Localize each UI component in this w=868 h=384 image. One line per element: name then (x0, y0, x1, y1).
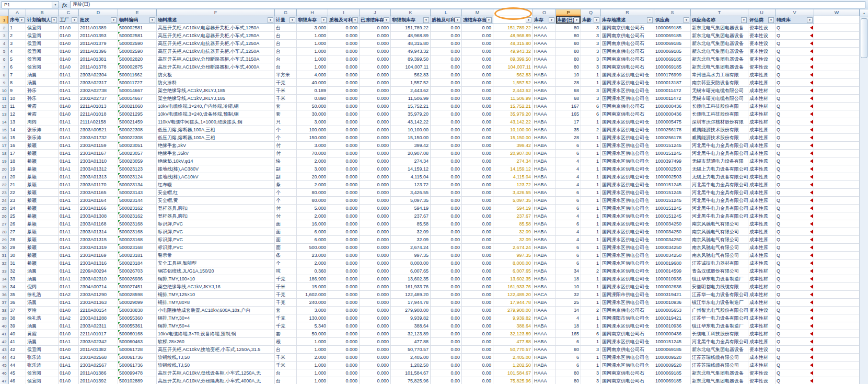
cell[interactable]: Q (776, 377, 814, 384)
cell[interactable]: 4,115.04 (391, 173, 431, 181)
cell[interactable]: 1000010936 (654, 275, 691, 283)
cell[interactable]: 成本性原 (748, 244, 776, 252)
cell[interactable]: 0.000 (360, 24, 391, 32)
cell[interactable]: Q (776, 307, 814, 314)
cell[interactable]: 0.000 (328, 181, 360, 189)
cell[interactable]: 低压刀熔,熔断器,100A,三相 (157, 134, 275, 142)
cell[interactable]: 500023162 (118, 212, 157, 220)
cell[interactable]: 0.000 (328, 369, 360, 377)
cell[interactable]: 0.000 (328, 142, 360, 150)
cell[interactable]: 江苏华一电力设备有限公司 (691, 314, 748, 322)
cell[interactable]: 2303A01363 (79, 299, 118, 307)
cell[interactable]: 0.000 (360, 181, 391, 189)
column-header-O[interactable]: O (533, 9, 556, 16)
cell[interactable]: HAAA (533, 307, 556, 314)
cell[interactable]: 1000034250 (654, 228, 691, 236)
cell[interactable]: 面 (275, 244, 297, 252)
cell[interactable]: 2 (9, 32, 26, 40)
cell[interactable]: 0.000 (360, 197, 391, 205)
cell[interactable]: 镇江华东电力设备制造厂 (691, 275, 748, 283)
cell[interactable]: 接地线(棒),AC380V (157, 165, 275, 173)
cell[interactable] (814, 165, 860, 173)
cell[interactable]: 0.00 (431, 71, 462, 79)
cell[interactable]: 0.00 (462, 346, 493, 354)
cell[interactable]: 01A1 (59, 157, 79, 165)
cell[interactable] (814, 150, 860, 157)
cell[interactable]: 1 (581, 212, 601, 220)
cell[interactable]: 无锡上力电力设备有限公司 (691, 165, 748, 173)
cell[interactable]: 10kV电缆终端,3×70,设备终端,预制,铜 (157, 330, 275, 338)
cell[interactable]: 33 (9, 275, 26, 283)
filter-header-G[interactable]: 计量▼ (275, 16, 297, 24)
cell[interactable]: 面 (275, 236, 297, 244)
cell[interactable]: Q (776, 205, 814, 212)
cell[interactable]: 01A1 (59, 212, 79, 220)
cell[interactable]: 500061736 (118, 362, 157, 369)
cell[interactable]: 0.00 (462, 228, 493, 236)
cell[interactable]: 2303A01170 (79, 181, 118, 189)
row-header-23[interactable]: 23 (0, 189, 9, 197)
cell[interactable] (814, 252, 860, 259)
cell[interactable]: 2303A01732 (79, 134, 118, 142)
cell[interactable]: HAAA (533, 32, 556, 40)
cell[interactable]: 32,123.89 (391, 330, 431, 338)
cell[interactable]: 套 (275, 307, 297, 314)
cell[interactable]: 0.000 (360, 87, 391, 95)
cell[interactable]: 2303A01308 (79, 212, 118, 220)
cell[interactable]: 110kV电缆中间接头,1×1000,绝缘接头,铜 (157, 118, 275, 126)
cell[interactable]: 0.00 (431, 377, 462, 384)
cell[interactable]: 10 (556, 71, 581, 79)
cell[interactable]: 165 (556, 330, 581, 338)
cell[interactable]: 2303A01166 (79, 205, 118, 212)
filter-dropdown-icon[interactable]: ▼ (290, 17, 295, 23)
cell[interactable]: 1 (581, 322, 601, 330)
cell[interactable]: 面 (275, 220, 297, 228)
cell[interactable]: 1 (581, 291, 601, 299)
cell[interactable]: 安徽明都电力线缆有限 (691, 283, 748, 291)
cell[interactable]: 綦颖 (26, 205, 59, 212)
cell[interactable]: 资本性设 (748, 346, 776, 354)
cell[interactable]: 镇江华东电力设备制造厂 (691, 322, 748, 330)
cell[interactable]: 成本性材 (748, 354, 776, 362)
cell[interactable]: 国网溧水区供电公司仓 (601, 244, 654, 252)
cell[interactable]: 0.00 (431, 369, 462, 377)
cell[interactable]: HABA (533, 299, 556, 307)
cell[interactable]: HABA (533, 181, 556, 189)
cell[interactable]: 500022308 (118, 126, 157, 134)
cell[interactable]: 成本性材 (748, 103, 776, 110)
cell[interactable]: 0.000 (328, 134, 360, 142)
cell[interactable]: 7 (9, 71, 26, 79)
cell[interactable]: 1000069185 (654, 55, 691, 63)
cell[interactable]: 2303A01319 (79, 244, 118, 252)
cell[interactable]: Q (776, 79, 814, 87)
cell[interactable]: 15,150.00 (493, 134, 533, 142)
cell[interactable]: 1000151245 (654, 205, 691, 212)
cell[interactable]: 0.00 (431, 157, 462, 165)
cell[interactable]: 河北黑牛电力金具有限公司 (691, 142, 748, 150)
cell[interactable]: 500014667 (118, 87, 157, 95)
cell[interactable] (814, 142, 860, 150)
scroll-up-icon[interactable]: ▲ (860, 9, 868, 17)
cell[interactable]: 32.09 (493, 228, 533, 236)
row-header-46[interactable]: 46 (0, 369, 9, 377)
cell[interactable]: 500023134 (118, 181, 157, 189)
cell[interactable]: 16 (9, 142, 26, 150)
cell[interactable]: 孙乐 (26, 87, 59, 95)
cell[interactable]: 0.000 (360, 299, 391, 307)
cell[interactable]: 0.00 (462, 307, 493, 314)
filter-dropdown-icon[interactable]: ▼ (486, 17, 492, 23)
cell[interactable]: HABA (533, 259, 556, 267)
cell[interactable]: 高压开关柜,AC10kV,电容器开关柜,小车式,1250A (157, 32, 275, 40)
cell[interactable]: 成本性材 (748, 291, 776, 299)
cell[interactable]: 1 (581, 299, 601, 307)
cell[interactable]: 50.000 (297, 330, 328, 338)
cell[interactable]: 1 (581, 205, 601, 212)
row-header-37[interactable]: 37 (0, 299, 9, 307)
cell[interactable] (814, 95, 860, 103)
cell[interactable]: 279,900.00 (391, 307, 431, 314)
cell[interactable]: 国网溧水区供电公司仓 (601, 236, 654, 244)
cell[interactable]: 0.00 (462, 197, 493, 205)
cell[interactable]: 0.000 (328, 275, 360, 283)
cell[interactable]: Q (776, 354, 814, 362)
cell[interactable]: 10,100.00 (391, 126, 431, 134)
